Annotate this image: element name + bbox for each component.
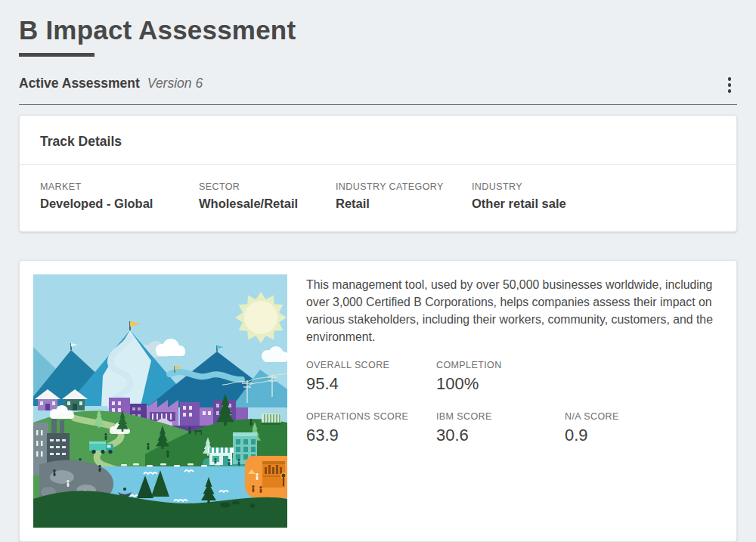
field-industry-category: INDUSTRY CATEGORY Retail [336, 181, 472, 211]
score-operations: OPERATIONS SCORE 63.9 [306, 411, 436, 445]
score-value: 0.9 [565, 426, 723, 445]
score-completion: COMPLETION 100% [436, 360, 565, 394]
assessment-summary-card: This management tool, used by over 50,00… [19, 260, 737, 542]
score-value: 30.6 [436, 426, 565, 445]
field-industry: INDUSTRY Other retail sale [472, 181, 716, 211]
field-market: MARKET Developed - Global [40, 181, 199, 211]
field-label: INDUSTRY [472, 181, 716, 192]
assessment-bar: Active AssessmentVersion 6 [19, 75, 737, 105]
score-label: OPERATIONS SCORE [306, 411, 436, 422]
kebab-dot [728, 83, 732, 87]
score-label: OVERALL SCORE [306, 360, 436, 370]
score-value: 95.4 [306, 374, 436, 394]
field-label: SECTOR [199, 181, 336, 192]
active-assessment-label: Active Assessment [19, 76, 140, 91]
field-value: Other retail sale [472, 197, 716, 211]
score-value: 63.9 [306, 426, 436, 445]
field-value: Retail [336, 197, 472, 211]
track-details-title: Track Details [40, 134, 716, 150]
assessment-subtitle: Active AssessmentVersion 6 [19, 75, 203, 91]
title-underline [19, 53, 94, 57]
assessment-description: This management tool, used by over 50,00… [306, 276, 723, 345]
track-details-card: Track Details MARKET Developed - Global … [19, 115, 737, 232]
score-value: 100% [436, 374, 565, 394]
kebab-menu-icon[interactable] [722, 75, 738, 95]
score-label: IBM SCORE [436, 411, 565, 422]
score-ibm: IBM SCORE 30.6 [436, 411, 565, 445]
score-na: N/A SCORE 0.9 [565, 411, 723, 445]
track-details-grid: MARKET Developed - Global SECTOR Wholesa… [20, 165, 736, 231]
field-label: MARKET [40, 181, 199, 192]
kebab-dot [728, 77, 732, 81]
assessment-version: Version 6 [147, 76, 203, 91]
field-value: Developed - Global [40, 197, 199, 211]
score-row-1: OVERALL SCORE 95.4 COMPLETION 100% [306, 360, 723, 394]
kebab-dot [728, 89, 732, 93]
field-sector: SECTOR Wholesale/Retail [199, 181, 336, 211]
page: B Impact Assessment Active AssessmentVer… [0, 0, 756, 542]
score-label: COMPLETION [436, 360, 565, 370]
field-label: INDUSTRY CATEGORY [336, 181, 472, 192]
field-value: Wholesale/Retail [199, 197, 336, 211]
score-label: N/A SCORE [565, 411, 723, 422]
assessment-summary-content: This management tool, used by over 50,00… [306, 274, 723, 528]
score-overall: OVERALL SCORE 95.4 [306, 360, 436, 394]
landscape-illustration [33, 274, 287, 528]
page-title: B Impact Assessment [19, 0, 737, 45]
score-row-2: OPERATIONS SCORE 63.9 IBM SCORE 30.6 N/A… [306, 411, 723, 445]
track-details-header: Track Details [20, 116, 736, 164]
